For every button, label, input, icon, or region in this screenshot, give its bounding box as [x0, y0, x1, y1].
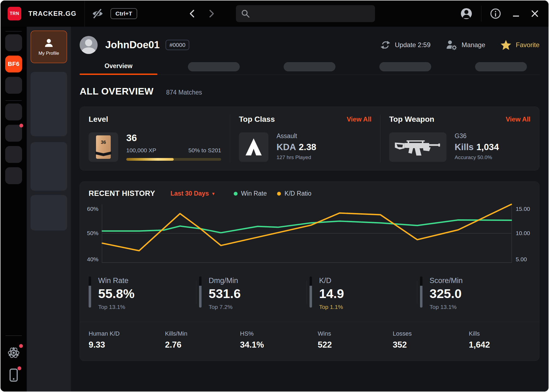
top-class-section: Top Class View All Assault	[230, 107, 380, 170]
app-window: TRN TRACKER.GG Ctrl+T	[0, 0, 549, 392]
legend-kd-ratio: K/D Ratio	[277, 190, 311, 197]
weapon-accuracy: Accuracy 50.0%	[455, 154, 499, 160]
tabs: Overview	[80, 62, 539, 75]
weapon-stat-value: 1,034	[476, 142, 499, 152]
top-weapon-section: Top Weapon View All	[380, 107, 539, 170]
rail-game-placeholder-3[interactable]	[5, 104, 22, 120]
tab-overview[interactable]: Overview	[80, 62, 157, 75]
level-value: 36	[126, 132, 221, 143]
stat-human-kd: Human K/D 9.33	[89, 330, 165, 350]
mobile-app-icon[interactable]	[8, 368, 20, 383]
panel-placeholder-1[interactable]	[31, 72, 67, 136]
manage-label: Manage	[462, 41, 485, 49]
summary-card: Level 36 36 100,000 XP 50%	[80, 107, 539, 171]
rail-divider	[5, 31, 22, 32]
matches-count: 874 Matches	[166, 89, 202, 96]
rail-game-placeholder-2[interactable]	[5, 77, 22, 94]
percentile-bar	[199, 276, 202, 308]
stat-dmg-min: Dmg/Min 531.6 Top 7.2%	[199, 276, 310, 310]
profile-header: JohnDoe01 #0000 Update 2:59	[80, 36, 539, 54]
close-button[interactable]	[530, 9, 539, 18]
highlight-stats-row: Win Rate 55.8% Top 13.1% Dmg/Min 531.6 T…	[80, 276, 539, 310]
xp-progress-track	[126, 158, 221, 161]
update-button[interactable]: Update 2:59	[380, 40, 431, 50]
win-rate-dot	[234, 192, 238, 196]
chart-plot-area	[102, 204, 512, 263]
stat-score-min: Score/Min 325.0 Top 13.1%	[420, 276, 530, 310]
stream-hide-icon[interactable]	[91, 7, 104, 20]
history-title: RECENT HISTORY	[89, 189, 155, 198]
level-badge-tile: 36	[89, 132, 118, 162]
tab-placeholder-2[interactable]	[284, 62, 335, 71]
history-chart: 60% 50% 40% 15.00 10.00 5.00	[80, 204, 539, 263]
info-icon[interactable]	[490, 8, 502, 20]
stat-losses: Losses 352	[393, 330, 469, 350]
level-title: Level	[89, 115, 108, 124]
titlebar-divider-2	[481, 6, 481, 22]
top-weapon-view-all-link[interactable]: View All	[506, 116, 530, 123]
avatar-body	[82, 47, 96, 54]
tab-placeholder-4[interactable]	[475, 62, 527, 71]
chart-legend: Win Rate K/D Ratio	[234, 190, 311, 197]
my-profile-card[interactable]: My Profile	[31, 31, 67, 63]
profile-person-icon	[43, 38, 54, 48]
rail-game-placeholder-5[interactable]	[5, 146, 22, 163]
page-title: ALL OVERVIEW	[80, 86, 154, 97]
weapon-name: G36	[455, 132, 499, 140]
avatar[interactable]	[80, 36, 98, 54]
nav-back-icon[interactable]	[188, 9, 196, 18]
percentile-bar	[420, 276, 422, 308]
class-hours-played: 127 hrs Played	[277, 154, 316, 160]
nav-forward-icon[interactable]	[208, 9, 216, 18]
recent-history-card: RECENT HISTORY Last 30 Days ▾ Win Rate K…	[80, 181, 539, 361]
manage-button[interactable]: Manage	[446, 39, 485, 50]
tab-placeholder-3[interactable]	[379, 62, 431, 71]
tab-placeholder-1[interactable]	[188, 62, 240, 71]
date-range-dropdown[interactable]: Last 30 Days ▾	[170, 190, 215, 197]
rail-game-placeholder-1[interactable]	[5, 34, 22, 51]
ai-assistant-icon[interactable]	[7, 346, 21, 360]
rail-game-bf6[interactable]: BF6	[5, 56, 22, 72]
rail-game-placeholder-4[interactable]	[5, 125, 22, 142]
shortcut-badge[interactable]: Ctrl+T	[110, 8, 137, 19]
percentile-bar	[89, 276, 91, 308]
trn-logo[interactable]: TRN	[8, 7, 21, 20]
class-icon-tile	[239, 132, 268, 162]
minimize-button[interactable]	[512, 10, 520, 18]
notification-dot	[19, 124, 23, 127]
app-title: TRACKER.GG	[28, 10, 76, 17]
rail-divider-2	[5, 100, 22, 101]
left-axis-labels: 60% 50% 40%	[80, 204, 102, 263]
username: JohnDoe01	[105, 39, 160, 51]
panel-placeholder-2[interactable]	[31, 142, 67, 191]
search-bar[interactable]	[236, 5, 375, 22]
next-level-label: 50% to S201	[188, 147, 221, 154]
top-class-title: Top Class	[239, 115, 275, 124]
avatar-head	[85, 39, 92, 46]
top-class-view-all-link[interactable]: View All	[347, 116, 371, 123]
stat-kills: Kills 1,642	[469, 330, 530, 350]
panel-placeholder-3[interactable]	[31, 195, 67, 230]
user-tag-badge: #0000	[166, 40, 189, 50]
assault-class-icon	[243, 137, 264, 157]
class-stat-value: 2.38	[299, 142, 316, 152]
percentile-bar	[310, 276, 312, 308]
g36-rifle-icon	[392, 136, 443, 159]
level-section: Level 36 36 100,000 XP 50%	[80, 107, 230, 170]
kd-ratio-dot	[277, 192, 281, 196]
star-icon	[500, 39, 511, 50]
xp-label: 100,000 XP	[126, 147, 156, 154]
xp-progress-fill	[126, 158, 174, 161]
stat-kd: K/D 14.9 Top 1.1%	[310, 276, 420, 310]
rail-game-placeholder-6[interactable]	[5, 167, 22, 184]
stat-wins: Wins 522	[318, 330, 393, 350]
notification-dot	[19, 344, 23, 348]
manage-person-gear-icon	[446, 39, 457, 50]
title-bar: TRN TRACKER.GG Ctrl+T	[1, 1, 548, 27]
rail-divider-3	[5, 335, 22, 336]
search-input[interactable]	[254, 10, 368, 17]
favorite-button[interactable]: Favorite	[500, 39, 539, 50]
footer-stats-row: Human K/D 9.33 Kills/Min 2.76 HS% 34.1% …	[80, 322, 539, 361]
account-icon[interactable]	[460, 7, 473, 20]
legend-win-rate: Win Rate	[234, 190, 267, 197]
